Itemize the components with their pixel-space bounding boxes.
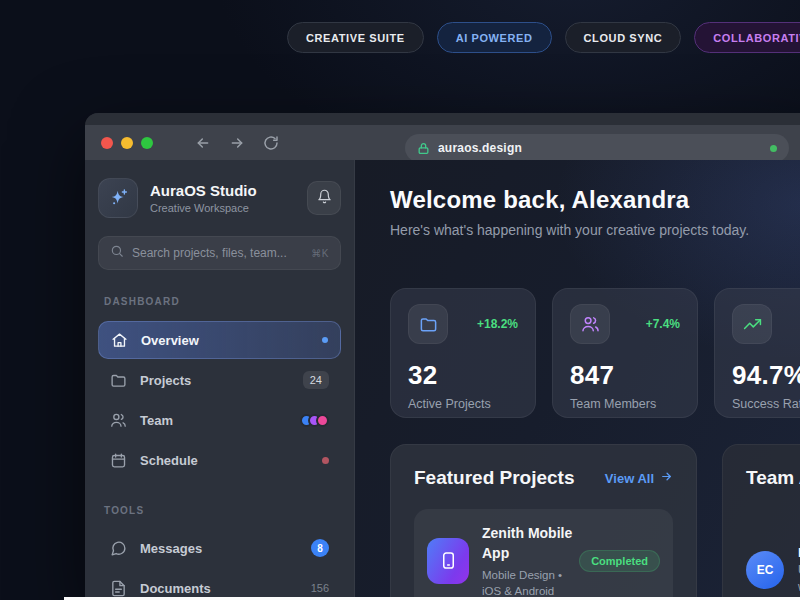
stat-change: +18.2%	[477, 317, 518, 331]
zoom-window-button[interactable]	[141, 137, 153, 149]
featured-projects-title: Featured Projects	[414, 467, 575, 489]
page-subtitle: Here's what's happening with your creati…	[390, 222, 800, 238]
stat-label: Active Projects	[408, 397, 518, 411]
stat-card-active-projects: +18.2% 32 Active Projects	[390, 288, 536, 418]
projects-count-badge: 24	[303, 371, 329, 389]
avatar: EC	[746, 551, 784, 589]
sidebar-item-label: Schedule	[140, 453, 198, 468]
close-window-button[interactable]	[101, 137, 113, 149]
trending-up-icon	[732, 304, 772, 344]
stats-row: +18.2% 32 Active Projects +7.4% 847	[390, 288, 800, 418]
secure-lock-icon	[417, 142, 430, 155]
minimize-window-button[interactable]	[121, 137, 133, 149]
browser-window: auraos.design AuraOS Studio Creative Wor…	[85, 113, 800, 600]
sidebar: AuraOS Studio Creative Workspace ⌘K	[85, 160, 355, 600]
stat-label: Team Members	[570, 397, 680, 411]
sidebar-item-label: Team	[140, 413, 173, 428]
team-activity-panel: Team Activity EC E U w	[722, 444, 800, 600]
team-activity-title: Team Activity	[746, 467, 800, 489]
stat-change: +7.4%	[646, 317, 680, 331]
back-icon[interactable]	[195, 135, 211, 151]
stat-value: 94.7%	[732, 360, 800, 391]
project-meta: Mobile Design • iOS & Android	[482, 567, 579, 599]
search-shortcut: ⌘K	[311, 248, 329, 259]
search-input[interactable]	[132, 246, 311, 260]
url-text: auraos.design	[438, 141, 522, 155]
search-icon	[110, 244, 124, 262]
users-icon	[110, 412, 127, 429]
stat-card-success-rate: 94.7% Success Rate	[714, 288, 800, 418]
arrow-right-icon	[660, 470, 673, 486]
sidebar-item-team[interactable]: Team	[98, 401, 341, 439]
status-badge-completed: Completed	[579, 550, 660, 572]
refresh-icon[interactable]	[263, 135, 279, 151]
messages-unread-badge: 8	[311, 539, 329, 557]
tag-cloud-sync: CLOUD SYNC	[565, 22, 682, 53]
sidebar-item-projects[interactable]: Projects 24	[98, 361, 341, 399]
app-name: AuraOS Studio	[150, 182, 257, 199]
browser-tabstrip	[85, 113, 800, 125]
app-logo	[98, 178, 138, 218]
smartphone-icon	[427, 538, 469, 584]
tag-ai-powered: AI POWERED	[437, 22, 552, 53]
documents-count: 156	[311, 582, 329, 594]
folder-icon	[408, 304, 448, 344]
section-label-dashboard: DASHBOARD	[104, 296, 341, 307]
sidebar-item-messages[interactable]: Messages 8	[98, 529, 341, 567]
view-all-label: View All	[605, 471, 654, 486]
section-label-tools: TOOLS	[104, 505, 341, 516]
team-member-dots	[300, 414, 329, 427]
document-icon	[110, 580, 127, 597]
forward-icon[interactable]	[229, 135, 245, 151]
notifications-button[interactable]	[307, 181, 341, 215]
users-icon	[570, 304, 610, 344]
chat-bubble-icon	[110, 540, 127, 557]
main-content: Welcome back, Alexandra Here's what's ha…	[355, 160, 800, 600]
site-status-dot	[770, 145, 777, 152]
tag-creative-suite: CREATIVE SUITE	[287, 22, 424, 53]
calendar-icon	[110, 452, 127, 469]
sidebar-item-label: Documents	[140, 581, 211, 596]
stat-card-team-members: +7.4% 847 Team Members	[552, 288, 698, 418]
sidebar-item-label: Projects	[140, 373, 191, 388]
app-tagline: Creative Workspace	[150, 202, 257, 214]
folder-icon	[110, 372, 127, 389]
feature-tagbar: CREATIVE SUITE AI POWERED CLOUD SYNC COL…	[287, 22, 800, 53]
active-indicator-dot	[322, 337, 328, 343]
sidebar-item-label: Overview	[141, 333, 199, 348]
window-controls	[101, 137, 153, 149]
sidebar-item-overview[interactable]: Overview	[98, 321, 341, 359]
stat-value: 32	[408, 360, 518, 391]
bell-icon	[317, 189, 332, 208]
stat-value: 847	[570, 360, 680, 391]
screenshot-frame: CREATIVE SUITE AI POWERED CLOUD SYNC COL…	[0, 0, 800, 600]
activity-item[interactable]: EC E U w	[746, 545, 800, 594]
schedule-alert-dot	[322, 457, 329, 464]
browser-toolbar: auraos.design	[85, 125, 800, 160]
page-title: Welcome back, Alexandra	[390, 186, 800, 214]
address-bar[interactable]: auraos.design	[405, 134, 789, 162]
stat-label: Success Rate	[732, 397, 800, 411]
sidebar-item-schedule[interactable]: Schedule	[98, 441, 341, 479]
home-icon	[111, 332, 128, 349]
view-all-link[interactable]: View All	[605, 470, 673, 486]
sidebar-item-documents[interactable]: Documents 156	[98, 569, 341, 600]
sidebar-item-label: Messages	[140, 541, 202, 556]
tag-collaborative: COLLABORATIVE	[694, 22, 800, 53]
project-card-zenith[interactable]: Zenith Mobile App Mobile Design • iOS & …	[414, 509, 673, 600]
search-box[interactable]: ⌘K	[98, 236, 341, 270]
project-name: Zenith Mobile App	[482, 523, 579, 564]
featured-projects-panel: Featured Projects View All	[390, 444, 697, 600]
